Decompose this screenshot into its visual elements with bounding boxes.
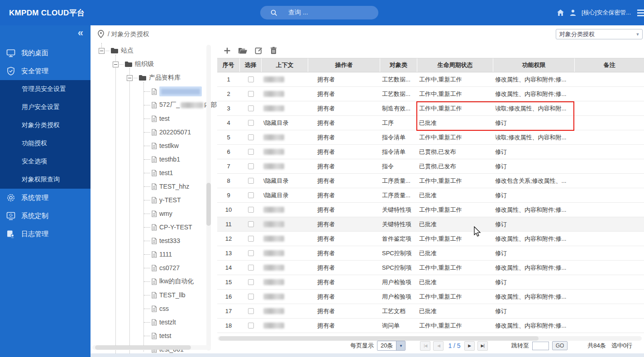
tree-horizontal-scrollbar[interactable] [92, 345, 211, 350]
tree-folder-node[interactable]: 组织级 [91, 57, 217, 71]
table-row[interactable]: 17拥有者工艺文档已批准修订 [217, 304, 644, 319]
row-checkbox[interactable] [248, 221, 254, 227]
home-icon[interactable] [557, 9, 564, 16]
tree-doc-node[interactable]: test [91, 112, 217, 125]
sidebar-item-my-desktop[interactable]: 我的桌面 [0, 44, 91, 62]
tree-doc-node[interactable]: 202205071 [91, 125, 217, 139]
go-button[interactable]: GO [552, 341, 568, 350]
row-checkbox[interactable] [248, 76, 254, 82]
search-input[interactable]: 查询 ... [260, 6, 378, 19]
tree-doc-node[interactable]: y-TEST [91, 193, 217, 207]
row-checkbox[interactable] [248, 192, 254, 198]
tree-doc-node[interactable]: CP-Y-TEST [91, 220, 217, 234]
column-header-7[interactable]: 备注 [575, 58, 644, 72]
sidebar-subitem-object-class-auth[interactable]: 对象分类授权 [0, 116, 91, 134]
tree-expand-toggle[interactable] [99, 48, 105, 54]
table-row[interactable]: 8\隐藏目录拥有者工序质量...工作中,重新工作修改包含关系;修改属性、... [217, 174, 644, 188]
sidebar-item-system-mgmt[interactable]: 系统管理 [0, 189, 91, 207]
table-row[interactable]: 12拥有者首件鉴定项工作中,重新工作修改属性、内容和附件;修... [217, 232, 644, 246]
tree-expand-toggle[interactable] [127, 75, 133, 81]
first-page-button[interactable]: |◀ [420, 341, 430, 351]
table-row[interactable]: 7拥有者指令已贯彻,已发布修订 [217, 159, 644, 174]
prev-page-button[interactable]: ◀ [433, 341, 444, 351]
scrollbar-thumb[interactable] [95, 345, 191, 350]
user-icon[interactable] [569, 9, 577, 16]
tree-doc-node[interactable]: lkw的自动化 [91, 275, 217, 288]
last-page-button[interactable]: ▶| [477, 341, 488, 351]
next-page-button[interactable]: ▶ [464, 341, 475, 351]
edit-icon[interactable] [255, 47, 263, 55]
column-header-5[interactable]: 生命周期状态 [417, 58, 493, 72]
tree-doc-node[interactable]: css [91, 302, 217, 315]
table-row[interactable]: 16拥有者用户检验项工作中,重新工作修改属性、内容和附件;修... [217, 290, 644, 304]
object-type-select[interactable]: 对象分类授权 ▼ [556, 29, 643, 39]
tree-doc-node[interactable] [91, 85, 217, 98]
table-row[interactable]: 2拥有者工艺数据...工作中,重新工作修改属性、内容和附件;修... [217, 87, 644, 101]
tree-folder-node[interactable]: 产品资料库 [91, 71, 217, 85]
tree-doc-node[interactable]: wmy [91, 207, 217, 220]
row-checkbox[interactable] [248, 236, 254, 242]
row-checkbox[interactable] [248, 163, 254, 169]
table-row[interactable]: 5拥有者指令清单工作中,重新工作读取;修改属性、内容和附... [217, 130, 644, 145]
row-checkbox[interactable] [248, 279, 254, 285]
table-row[interactable]: 14拥有者SPC控制项工作中,重新工作修改属性、内容和附件;修... [217, 261, 644, 275]
menu-icon[interactable] [637, 10, 644, 16]
table-row[interactable]: 11拥有者关键特性项已批准修订 [217, 217, 644, 232]
sidebar-subitem-object-perm-query[interactable]: 对象权限查询 [0, 171, 91, 189]
open-folder-icon[interactable] [238, 47, 248, 54]
row-checkbox[interactable] [248, 308, 254, 314]
table-row[interactable]: 9\隐藏目录拥有者工序质量...已批准修订 [217, 188, 644, 203]
tree-doc-node[interactable]: TEST_llb [91, 288, 217, 302]
tree-doc-node[interactable]: 572厂_内部 [91, 98, 217, 112]
per-page-select[interactable]: 20条 ▼ [377, 341, 405, 351]
tree-expand-toggle[interactable] [113, 62, 119, 67]
sidebar-collapse-button[interactable]: « [78, 27, 83, 39]
tree-doc-node[interactable]: testhb1 [91, 152, 217, 166]
sidebar-item-log-mgmt[interactable]: 日志管理 [0, 225, 91, 243]
sidebar-item-system-custom[interactable]: 系统定制 [0, 207, 91, 225]
row-checkbox[interactable] [248, 323, 254, 328]
row-checkbox[interactable] [248, 105, 254, 111]
sidebar-item-security-mgmt[interactable]: 安全管理 [0, 62, 91, 80]
row-checkbox[interactable] [248, 178, 254, 184]
row-checkbox[interactable] [248, 265, 254, 271]
tree-vertical-scrollbar[interactable] [206, 45, 211, 351]
row-checkbox[interactable] [248, 294, 254, 300]
sidebar-subitem-function-auth[interactable]: 功能授权 [0, 134, 91, 152]
tree-doc-node[interactable]: tetst [91, 329, 217, 343]
scrollbar-thumb[interactable] [206, 183, 211, 226]
tree-doc-node[interactable]: test333 [91, 234, 217, 248]
tree-doc-node[interactable]: testzlt [91, 315, 217, 329]
delete-icon[interactable] [270, 47, 277, 54]
sidebar-subitem-admin-security-settings[interactable]: 管理员安全设置 [0, 80, 91, 98]
column-header-1[interactable]: 选择 [240, 58, 262, 72]
column-header-2[interactable]: 上下文 [262, 58, 308, 72]
column-header-0[interactable]: 序号 [217, 58, 240, 72]
row-checkbox[interactable] [248, 134, 254, 140]
column-header-4[interactable]: 对象类 [380, 58, 417, 72]
row-checkbox[interactable] [248, 250, 254, 256]
tree-doc-node[interactable]: TEST_hhz [91, 180, 217, 193]
column-header-6[interactable]: 功能权限 [493, 58, 575, 72]
table-row[interactable]: 10拥有者关键特性项工作中,重新工作修改属性、内容和附件;修... [217, 203, 644, 217]
table-row[interactable]: 4\隐藏目录拥有者工序已批准修订 [217, 116, 644, 130]
jump-to-input[interactable] [532, 342, 549, 350]
sidebar-subitem-user-security-settings[interactable]: 用户安全设置 [0, 98, 91, 116]
tree-doc-node[interactable]: test1 [91, 166, 217, 180]
tree-folder-node[interactable]: 站点 [91, 44, 217, 57]
table-row[interactable]: 18拥有者询问单工作中,重新工作修改属性、内容和附件;修... [217, 319, 644, 333]
add-icon[interactable] [224, 47, 231, 54]
row-checkbox[interactable] [248, 91, 254, 97]
row-checkbox[interactable] [248, 149, 254, 155]
tree-doc-node[interactable]: testlkw [91, 139, 217, 152]
row-checkbox[interactable] [248, 207, 254, 213]
table-row[interactable]: 3拥有者制造有效...工作中,重新工作读取;修改属性、内容和附... [217, 101, 644, 116]
row-checkbox[interactable] [248, 120, 254, 126]
table-row[interactable]: 15拥有者用户检验项已批准修订 [217, 275, 644, 290]
tree-doc-node[interactable]: cs0727 [91, 261, 217, 275]
table-row[interactable]: 1拥有者工艺数据...工作中,重新工作修改属性、内容和附件;修... [217, 72, 644, 87]
sidebar-subitem-security-options[interactable]: 安全选项 [0, 152, 91, 171]
table-row[interactable]: 6拥有者指令清单已贯彻,已发布修订 [217, 145, 644, 159]
column-header-3[interactable]: 操作者 [308, 58, 380, 72]
tree-doc-node[interactable]: 1111 [91, 248, 217, 261]
